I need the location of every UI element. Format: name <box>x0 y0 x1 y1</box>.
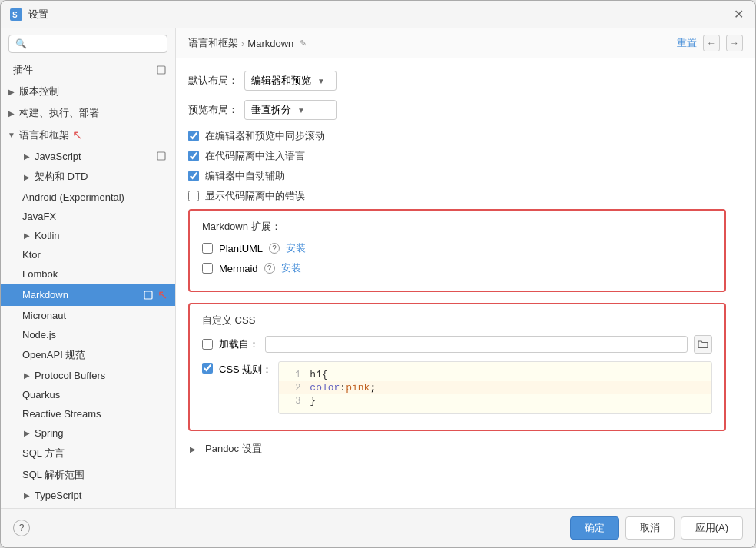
settings-icon <box>142 289 154 301</box>
svg-text:S: S <box>12 11 18 19</box>
search-input[interactable] <box>30 38 161 49</box>
sidebar-item-label: Markdown <box>22 289 68 301</box>
sidebar-item-protocol-buffers[interactable]: ▶ Protocol Buffers <box>1 366 175 385</box>
sidebar-item-web-context[interactable]: Web 上下文 <box>1 505 175 508</box>
sidebar-items: 插件 ▶ 版本控制 ▶ 构建、执行、部署 ▼ <box>1 59 175 508</box>
line-number: 3 <box>285 396 300 407</box>
sidebar-item-label: JavaScript <box>35 151 81 162</box>
load-from-row: 加载自： <box>202 335 712 354</box>
sidebar-item-lombok[interactable]: Lombok <box>1 264 175 284</box>
search-icon: 🔍 <box>15 38 27 49</box>
sidebar-item-reactive-streams[interactable]: Reactive Streams <box>1 404 175 423</box>
panel-actions: ? 重置 ← → <box>677 35 743 51</box>
sidebar-item-sql-dialect[interactable]: SQL 方言 <box>1 443 175 464</box>
title-bar-left: S 设置 <box>10 8 48 22</box>
default-layout-label: 默认布局： <box>188 74 238 88</box>
sidebar-item-micronaut[interactable]: Micronaut <box>1 306 175 325</box>
sidebar-item-ktor[interactable]: Ktor <box>1 245 175 264</box>
sidebar-item-version-control[interactable]: ▶ 版本控制 <box>1 81 175 102</box>
inject-lang-label: 在代码隔离中注入语言 <box>205 149 305 163</box>
search-box[interactable]: 🔍 <box>8 35 167 53</box>
reset-link[interactable]: 重置 <box>677 36 697 50</box>
sidebar-item-nodejs[interactable]: Node.js <box>1 325 175 344</box>
help-button[interactable]: ? <box>13 520 30 536</box>
css-rule-label: CSS 规则： <box>219 363 272 377</box>
inject-lang-checkbox[interactable] <box>188 151 199 161</box>
sync-scroll-checkbox[interactable] <box>188 131 199 141</box>
footer: ? 确定 取消 应用(A) <box>1 508 755 547</box>
plantuml-checkbox[interactable] <box>202 243 213 254</box>
preview-layout-row: 预览布局： 垂直拆分 ▼ <box>188 100 726 120</box>
dropdown-arrow-icon: ▼ <box>317 77 325 85</box>
sidebar-item-javafx[interactable]: JavaFX <box>1 207 175 226</box>
chevron-right-icon: ▶ <box>7 87 16 96</box>
load-from-input[interactable] <box>265 336 688 353</box>
sidebar-item-label: Spring <box>35 427 64 439</box>
nav-back-button[interactable]: ← <box>703 35 720 51</box>
load-from-label: 加载自： <box>219 337 259 351</box>
sidebar-item-plugins[interactable]: 插件 <box>1 59 175 81</box>
sidebar-item-label: 插件 <box>13 63 33 77</box>
code-line-1: 1 h1{ <box>279 368 711 381</box>
sidebar-item-spring[interactable]: ▶ Spring <box>1 423 175 443</box>
sidebar-item-label: TypeScript <box>35 490 81 501</box>
folder-browse-button[interactable] <box>694 335 712 354</box>
settings-window: S 设置 ✕ 🔍 插件 ▶ <box>0 0 756 548</box>
auto-assist-checkbox[interactable] <box>188 171 199 181</box>
default-layout-value: 编辑器和预览 <box>251 74 311 88</box>
panel-content-inner: 默认布局： 编辑器和预览 ▼ 预览布局： 垂直拆分 ▼ <box>188 71 726 456</box>
close-button[interactable]: ✕ <box>731 7 746 22</box>
line-number: 1 <box>285 370 300 380</box>
pandoc-row[interactable]: ▶ Pandoc 设置 <box>188 442 726 456</box>
load-from-checkbox[interactable] <box>202 339 213 350</box>
nav-forward-button[interactable]: → <box>726 35 743 51</box>
plantuml-install-link[interactable]: 安装 <box>286 241 306 255</box>
code-colon: : <box>340 382 346 394</box>
checkbox-auto-assist: 编辑器中自动辅助 <box>188 169 726 183</box>
panel-content: 默认布局： 编辑器和预览 ▼ 预览布局： 垂直拆分 ▼ <box>176 58 755 508</box>
plantuml-help-icon[interactable]: ? <box>269 243 280 254</box>
cancel-button[interactable]: 取消 <box>625 516 675 540</box>
breadcrumb-separator: › <box>241 38 244 49</box>
sidebar-item-markdown[interactable]: Markdown ↖ <box>1 284 175 306</box>
mermaid-help-icon[interactable]: ? <box>264 263 275 274</box>
code-semicolon: ; <box>370 382 376 394</box>
sidebar-item-label: 架构和 DTD <box>35 170 88 184</box>
sidebar-item-typescript[interactable]: ▶ TypeScript <box>1 486 175 505</box>
sidebar-item-label: Ktor <box>22 249 41 261</box>
apply-button[interactable]: 应用(A) <box>681 516 743 540</box>
sidebar-item-quarkus[interactable]: Quarkus <box>1 385 175 404</box>
sidebar-item-label: SQL 方言 <box>22 447 65 460</box>
sidebar-item-kotlin[interactable]: ▶ Kotlin <box>1 226 175 245</box>
code-property: color <box>310 382 340 394</box>
css-code-editor[interactable]: 1 h1{ 2 color:pink; <box>278 361 712 414</box>
sidebar-item-android[interactable]: Android (Experimental) <box>1 188 175 207</box>
markdown-ext-title: Markdown 扩展： <box>202 220 712 234</box>
sidebar: 🔍 插件 ▶ 版本控制 ▶ 构 <box>1 28 176 508</box>
mermaid-install-link[interactable]: 安装 <box>281 261 301 275</box>
preview-layout-select[interactable]: 垂直拆分 ▼ <box>244 100 337 120</box>
mermaid-checkbox[interactable] <box>202 263 213 274</box>
edit-icon: ✎ <box>300 38 307 48</box>
mermaid-row: Mermaid ? 安装 <box>202 261 712 275</box>
sidebar-item-openapi[interactable]: OpenAPI 规范 <box>1 344 175 366</box>
sidebar-item-label: Quarkus <box>22 389 60 400</box>
chevron-right-icon: ▶ <box>188 444 197 453</box>
sidebar-item-label: 构建、执行、部署 <box>19 106 99 120</box>
default-layout-select[interactable]: 编辑器和预览 ▼ <box>244 71 337 91</box>
sidebar-item-label: JavaFX <box>22 211 56 222</box>
auto-assist-label: 编辑器中自动辅助 <box>205 169 285 183</box>
sidebar-item-build[interactable]: ▶ 构建、执行、部署 <box>1 102 175 124</box>
show-errors-checkbox[interactable] <box>188 191 199 201</box>
sidebar-item-sql-resolution[interactable]: SQL 解析范围 <box>1 464 175 486</box>
css-rule-checkbox[interactable] <box>202 363 213 374</box>
ok-button[interactable]: 确定 <box>570 516 619 540</box>
svg-rect-4 <box>144 291 152 299</box>
mermaid-label: Mermaid <box>219 263 258 274</box>
code-text: h1{ <box>310 369 327 380</box>
sidebar-item-javascript[interactable]: ▶ JavaScript <box>1 146 175 166</box>
sidebar-item-schema-dtd[interactable]: ▶ 架构和 DTD <box>1 166 175 188</box>
breadcrumb: 语言和框架 › Markdown ✎ <box>188 36 307 50</box>
title-bar: S 设置 ✕ <box>1 1 755 28</box>
sidebar-item-lang-framework[interactable]: ▼ 语言和框架 ↖ <box>1 124 175 146</box>
